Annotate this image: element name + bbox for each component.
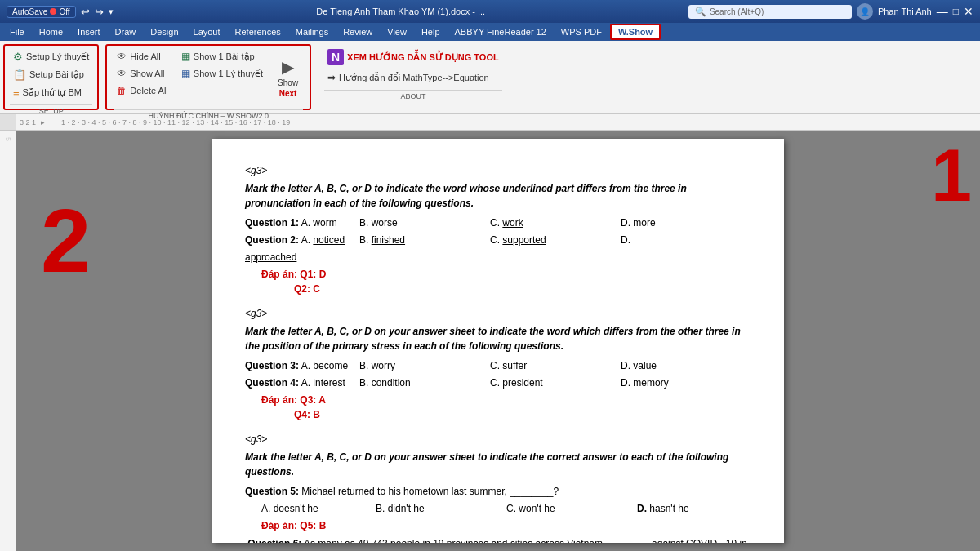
show-col: ▦ Show 1 Bài tập ▦ Show 1 Lý thuyết [178,49,266,106]
ruler-corner [0,114,16,131]
section1-instruction: Mark the letter A, B, C, or D to indicat… [245,181,751,211]
xem-huong-dan-btn[interactable]: N XEM HƯỚNG DẪN SỬ DỤNG TOOL [324,47,502,67]
word-icon: ▦ [181,68,190,79]
huynb-group: 👁 Hide All 👁 Show All 🗑 Delete All ▦ Sho… [105,44,311,110]
q4-label: Question 4: A. interest [245,375,359,390]
setup-group-label: SETUP [10,104,92,115]
menu-mailings[interactable]: Mailings [289,25,335,38]
section1-answer1: Đáp án: Q1: D [261,267,751,282]
main-area: 5 1 2 <g3> Mark the letter A, B, C, or D… [0,131,980,551]
menu-insert[interactable]: Insert [71,25,107,38]
redo-icon[interactable]: ↪ [95,6,104,18]
menu-help[interactable]: Help [415,25,447,38]
section2-answer1: Đáp án: Q3: A [261,393,751,407]
section1-answer2: Q2: C [294,282,751,296]
section2-answer2: Q4: B [294,407,751,422]
setup-ly-thuyet-btn[interactable]: ⚙ Setup Lý thuyết [10,49,92,64]
menu-file[interactable]: File [3,25,31,38]
show-all-btn[interactable]: 👁 Show All [114,66,171,81]
delete-all-btn[interactable]: 🗑 Delete All [114,83,171,98]
question-6-text: Question 6: As many as 49,743 people in … [245,536,751,543]
setup-bai-tap-btn[interactable]: 📋 Setup Bài tập [10,67,92,82]
section-3: <g3> Mark the letter A, B, C, or D on yo… [245,432,751,543]
q3-label: Question 3: A. become [245,358,359,373]
show-bai-tap-btn[interactable]: ▦ Show 1 Bài tập [178,49,266,64]
user-avatar[interactable]: 👤 [857,3,873,20]
about-group-label: ABOUT [324,90,502,100]
menu-wps[interactable]: WPS PDF [555,25,608,38]
section-2: <g3> Mark the letter A, B, C, or D on yo… [245,306,751,422]
next-label: Next [279,89,297,98]
section-gap-2 [245,422,751,432]
menu-review[interactable]: Review [336,25,379,38]
q4-d: D. memory [621,375,751,390]
question-4-row: Question 4: A. interest B. condition C. … [245,375,751,390]
section2-instruction: Mark the letter A, B, C, or D on your an… [245,324,751,353]
q1-c: C. work [490,216,621,230]
q3-c: C. suffer [490,358,621,373]
sort-icon: ≡ [13,87,20,99]
search-bar[interactable]: 🔍 Search (Alt+Q) [688,5,852,19]
mathtype-btn[interactable]: ➡ Hướng dẫn đổi MathType-->Equation [324,70,502,85]
section2-tag: <g3> [245,306,751,321]
show-ly-thuyet-btn[interactable]: ▦ Show 1 Lý thuyết [178,66,266,81]
arrow-icon: ➡ [327,72,336,83]
menu-abbyy[interactable]: ABBYY FineReader 12 [448,25,553,38]
menu-design[interactable]: Design [144,25,185,38]
question-5-options: A. doesn't he B. didn't he C. won't he D… [261,501,751,516]
question-2-row: Question 2: A. noticed B. finished C. su… [245,233,751,247]
hide-show-col: 👁 Hide All 👁 Show All 🗑 Delete All [114,49,171,106]
q1-label: Question 1: A. worm [245,216,359,230]
menu-wshow[interactable]: W.Show [610,24,661,40]
document-page[interactable]: <g3> Mark the letter A, B, C, or D to in… [212,139,784,543]
menu-bar: File Home Insert Draw Design Layout Refe… [0,23,980,41]
section3-tag: <g3> [245,432,751,447]
show-icon: 👁 [117,68,127,79]
section-gap-1 [245,296,751,306]
show-label: Show [278,78,298,87]
hide-icon: 👁 [117,51,127,62]
maximize-btn[interactable]: □ [953,6,959,17]
title-bar: AutoSave Off ↩ ↪ ▾ De Tieng Anh Tham Kha… [0,0,980,23]
ruler-markings: 3 2 1 ▸ 1 · 2 · 3 · 4 · 5 · 6 · 7 · 8 · … [16,118,980,127]
menu-view[interactable]: View [381,25,413,38]
q2-label: Question 2: A. noticed [245,233,359,247]
autosave-toggle[interactable]: AutoSave Off [7,6,76,18]
search-icon: 🔍 [695,7,706,17]
section1-tag: <g3> [245,163,751,178]
autosave-dot [50,8,56,15]
section3-answer1: Đáp án: Q5: B [261,518,751,533]
q2-b: B. finished [359,233,490,247]
username: Phan Thi Anh [878,7,932,16]
next-arrow-icon: ▶ [282,57,294,77]
show-next-btn[interactable]: ▶ Show Next [273,49,303,106]
menu-home[interactable]: Home [33,25,69,38]
settings-icon: ⚙ [13,51,23,63]
title-bar-left: AutoSave Off ↩ ↪ ▾ [7,6,114,18]
sap-thu-tu-btn[interactable]: ≡ Sắp thứ tự BM [10,85,92,100]
minimize-btn[interactable]: — [937,5,948,18]
question-1-row: Question 1: A. worm B. worse C. work D. … [245,216,751,230]
q5-a: A. doesn't he [261,501,376,516]
undo-icon[interactable]: ↩ [81,6,90,18]
q3-d: D. value [621,358,751,373]
title-bar-right: 🔍 Search (Alt+Q) 👤 Phan Thi Anh — □ ✕ [688,3,973,20]
sidebar-left: 5 [0,131,16,551]
close-btn[interactable]: ✕ [964,5,973,18]
question-5-text: Question 5: Michael returned to his home… [245,484,751,499]
q2-extra: approached [245,250,751,264]
menu-draw[interactable]: Draw [109,25,143,38]
menu-references[interactable]: References [229,25,287,38]
q5-c: C. won't he [506,501,637,516]
q5-b: B. didn't he [376,501,506,516]
q1-b: B. worse [359,216,490,230]
q2-c: C. supported [490,233,621,247]
menu-layout[interactable]: Layout [187,25,227,38]
autosave-label: AutoSave [12,7,47,16]
q4-c: C. president [490,375,621,390]
book-icon: 📋 [13,69,26,81]
delete-icon: 🗑 [117,85,127,96]
big-number-1: 1 [931,139,972,212]
q5-d: D. hasn't he [637,501,768,516]
hide-all-btn[interactable]: 👁 Hide All [114,49,171,64]
